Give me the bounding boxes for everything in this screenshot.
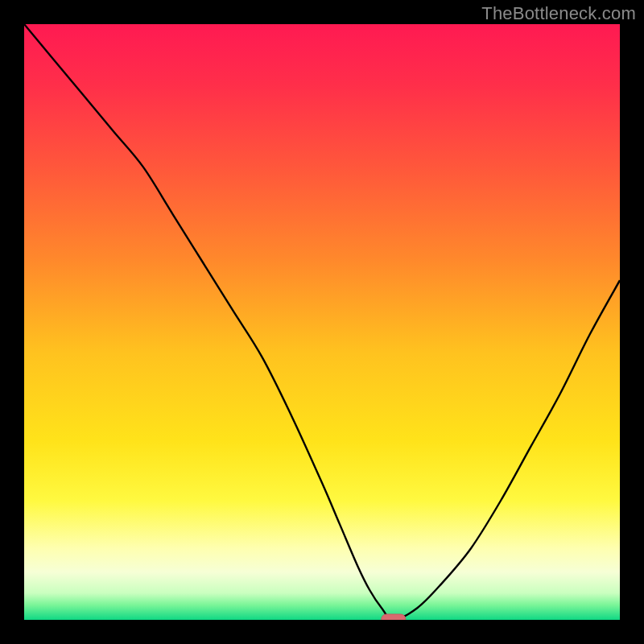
gradient-background	[24, 24, 620, 620]
chart-frame: TheBottleneck.com	[0, 0, 644, 644]
plot-area	[24, 24, 620, 620]
bottleneck-chart	[24, 24, 620, 620]
optimal-point-marker	[382, 614, 406, 620]
watermark-text: TheBottleneck.com	[481, 3, 636, 24]
